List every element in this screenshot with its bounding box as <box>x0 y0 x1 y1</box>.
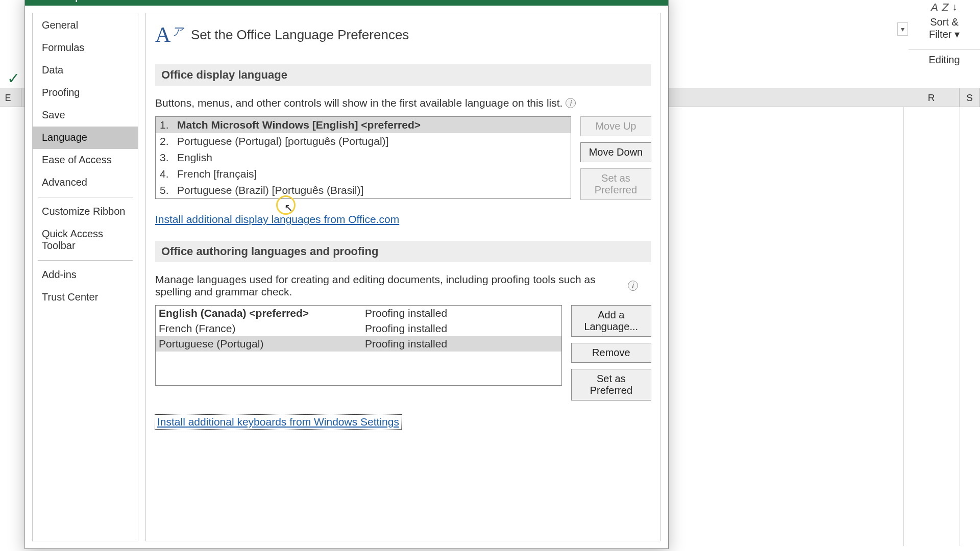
sidebar-item-language[interactable]: Language <box>33 127 138 149</box>
sort-filter-icon[interactable]: AZ↓ <box>909 1 980 14</box>
ribbon-group-label: Editing <box>909 49 980 66</box>
list-label: Portuguese (Brazil) [Português (Brasil)] <box>177 184 363 196</box>
author-status: Proofing installed <box>365 322 447 335</box>
display-language-item[interactable]: 1. Match Microsoft Windows [English] <pr… <box>156 117 571 133</box>
section-display-language: Office display language <box>155 64 651 86</box>
sidebar-item-proofing[interactable]: Proofing <box>33 82 138 104</box>
authoring-language-list[interactable]: English (Canada) <preferred> Proofing in… <box>155 305 562 386</box>
excel-options-dialog: Excel Options ✕ General Formulas Data Pr… <box>24 0 669 549</box>
author-name: Portuguese (Portugal) <box>159 338 365 350</box>
sidebar-item-customize-ribbon[interactable]: Customize Ribbon <box>33 201 138 223</box>
list-label: French [français] <box>177 168 257 180</box>
move-up-button[interactable]: Move Up <box>580 116 651 136</box>
info-icon[interactable]: i <box>628 281 638 291</box>
sidebar-item-general[interactable]: General <box>33 14 138 37</box>
ribbon-editing-group: ▾ AZ↓ Sort & Filter ▾ Editing <box>909 0 980 77</box>
sidebar-item-save[interactable]: Save <box>33 104 138 127</box>
display-language-list[interactable]: 1. Match Microsoft Windows [English] <pr… <box>155 116 571 199</box>
sort-line1: Sort & <box>909 16 980 28</box>
page-title: Set the Office Language Preferences <box>191 27 409 43</box>
column-header-e[interactable]: E <box>0 88 21 107</box>
dialog-title: Excel Options <box>32 0 108 3</box>
display-language-item[interactable]: 2. Portuguese (Portugal) [português (Por… <box>156 133 571 149</box>
list-number: 4. <box>160 168 177 180</box>
list-number: 1. <box>160 119 177 131</box>
sort-filter-label[interactable]: Sort & Filter ▾ <box>909 16 980 40</box>
set-as-preferred-author-button[interactable]: Set as Preferred <box>571 369 651 400</box>
authoring-language-item[interactable]: French (France) Proofing installed <box>156 321 561 336</box>
options-sidebar: General Formulas Data Proofing Save Lang… <box>32 13 138 541</box>
cursor-pointer-icon: ↖ <box>284 202 293 214</box>
sidebar-item-formulas[interactable]: Formulas <box>33 37 138 59</box>
display-language-item[interactable]: 5. Portuguese (Brazil) [Português (Brasi… <box>156 182 571 198</box>
authoring-help-span: Manage languages used for creating and e… <box>155 273 625 298</box>
sidebar-item-add-ins[interactable]: Add-ins <box>33 264 138 286</box>
options-content: Aア Set the Office Language Preferences O… <box>145 13 661 541</box>
sidebar-item-advanced[interactable]: Advanced <box>33 171 138 194</box>
sidebar-item-trust-center[interactable]: Trust Center <box>33 286 138 309</box>
ribbon-dropdown-icon[interactable]: ▾ <box>897 22 908 36</box>
column-header-s[interactable]: S <box>960 88 980 107</box>
list-label: English <box>177 152 212 164</box>
list-number: 2. <box>160 135 177 147</box>
sheet-right-columns: R S <box>903 88 980 547</box>
display-help-text: Buttons, menus, and other controls will … <box>155 97 651 109</box>
list-number: 5. <box>160 184 177 196</box>
sidebar-item-ease-of-access[interactable]: Ease of Access <box>33 149 138 171</box>
language-page-icon: Aア <box>155 22 180 47</box>
list-label: Match Microsoft Windows [English] <prefe… <box>177 119 421 131</box>
install-display-languages-link[interactable]: Install additional display languages fro… <box>155 213 399 226</box>
author-name: English (Canada) <preferred> <box>159 307 365 319</box>
authoring-help-text: Manage languages used for creating and e… <box>155 273 651 298</box>
info-icon[interactable]: i <box>566 98 576 108</box>
list-number: 3. <box>160 152 177 164</box>
sidebar-item-data[interactable]: Data <box>33 59 138 82</box>
author-name: French (France) <box>159 322 365 335</box>
author-status: Proofing installed <box>365 307 447 319</box>
display-language-item[interactable]: 3. English <box>156 149 571 166</box>
authoring-language-item[interactable]: English (Canada) <preferred> Proofing in… <box>156 306 561 321</box>
column-header-r[interactable]: R <box>903 88 960 107</box>
list-label: Portuguese (Portugal) [português (Portug… <box>177 135 388 147</box>
formula-bar-check-icon: ✓ <box>7 69 20 87</box>
move-down-button[interactable]: Move Down <box>580 142 651 162</box>
authoring-language-item[interactable]: Portuguese (Portugal) Proofing installed <box>156 336 561 352</box>
sort-line2: Filter ▾ <box>909 28 980 40</box>
dialog-titlebar[interactable]: Excel Options ✕ <box>25 0 668 6</box>
set-as-preferred-button[interactable]: Set as Preferred <box>580 168 651 200</box>
display-help-text-span: Buttons, menus, and other controls will … <box>155 97 562 109</box>
author-status: Proofing installed <box>365 338 447 350</box>
close-icon[interactable]: ✕ <box>650 0 659 3</box>
section-authoring-languages: Office authoring languages and proofing <box>155 241 651 262</box>
add-a-language-button[interactable]: Add a Language... <box>571 305 651 337</box>
remove-button[interactable]: Remove <box>571 343 651 363</box>
sidebar-item-quick-access-toolbar[interactable]: Quick Access Toolbar <box>33 223 138 257</box>
install-keyboards-link[interactable]: Install additional keyboards from Window… <box>155 415 401 429</box>
display-language-item[interactable]: 4. French [français] <box>156 166 571 182</box>
